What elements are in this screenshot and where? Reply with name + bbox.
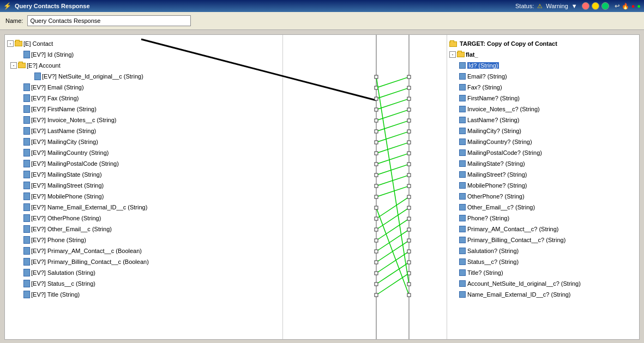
right-tree-item-4[interactable]: Invoice_Notes__c? (String) [447, 104, 639, 115]
name-bar: Name: [0, 12, 644, 30]
status-area: Status: ⚠ Warning ▼ [515, 3, 577, 10]
left-tree-item-9[interactable]: [EV?] MailingCountry (String) [5, 147, 282, 158]
left-tree-item-15[interactable]: [EV?] OtherPhone (String) [5, 213, 282, 224]
svg-line-3 [376, 77, 409, 88]
svg-rect-26 [407, 152, 411, 155]
right-tree-item-20[interactable]: Account_NetSuite_Id_original__c? (String… [447, 278, 639, 289]
right-tree-item-0[interactable]: Id? (String) [447, 60, 639, 71]
left-tree-item-3[interactable]: [EV?] Email (String) [5, 82, 282, 93]
right-tree-item-11[interactable]: MobilePhone? (String) [447, 180, 639, 191]
right-tree-item-8[interactable]: MailingPostalCode? (String) [447, 147, 639, 158]
maximize-button[interactable] [601, 2, 609, 10]
expand-root[interactable]: - [7, 40, 14, 47]
right-tree-item-15[interactable]: Primary_AM_Contact__c? (String) [447, 224, 639, 234]
svg-rect-13 [375, 119, 378, 122]
svg-line-24 [376, 153, 409, 164]
svg-rect-59 [407, 261, 411, 264]
svg-line-27 [376, 164, 409, 175]
svg-rect-16 [375, 130, 378, 133]
right-doc-icon-10 [459, 171, 466, 178]
left-tree-item-1[interactable]: -[E?] Account [5, 60, 282, 71]
left-tree-item-5[interactable]: [EV?] FirstName (String) [5, 104, 282, 115]
right-tree-item-2[interactable]: Fax? (String) [447, 82, 639, 93]
left-tree-item-11[interactable]: [EV?] MailingState (String) [5, 169, 282, 180]
left-tree-item-19[interactable]: [EV?] Primary_Billing_Contact__c (Boolea… [5, 256, 282, 267]
flat-row[interactable]: - flat_ [447, 49, 639, 60]
left-label-8: [EV?] MailingCity (String) [31, 139, 98, 145]
toolbar-icon-2[interactable]: 🔥 [622, 3, 629, 10]
left-tree-item-4[interactable]: [EV?] Fax (String) [5, 93, 282, 104]
window-title: Query Contacts Response [15, 3, 515, 9]
dropdown-arrow[interactable]: ▼ [571, 3, 577, 9]
left-tree-item-12[interactable]: [EV?] MailingStreet (String) [5, 180, 282, 191]
svg-rect-58 [375, 282, 378, 286]
svg-rect-52 [375, 261, 378, 264]
left-tree-item-8[interactable]: [EV?] MailingCity (String) [5, 136, 282, 147]
svg-rect-47 [407, 217, 411, 220]
left-tree-item-16[interactable]: [EV?] Other_Email__c (String) [5, 224, 282, 234]
doc-icon-5 [23, 105, 30, 113]
name-input[interactable] [27, 15, 191, 26]
left-tree-items: [EV?] Id (String)-[E?] Account[EV?] NetS… [5, 49, 282, 300]
doc-icon-7 [23, 127, 30, 135]
right-label-4: Invoice_Notes__c? (String) [467, 106, 540, 112]
tree-root[interactable]: - [E] Contact [5, 38, 282, 49]
left-tree-item-0[interactable]: [EV?] Id (String) [5, 49, 282, 60]
right-doc-icon-11 [459, 182, 466, 189]
right-tree-item-5[interactable]: LastName? (String) [447, 115, 639, 125]
expand-icon-1[interactable]: - [10, 62, 17, 69]
left-label-3: [EV?] Email (String) [31, 84, 84, 91]
flat-expand[interactable]: - [449, 51, 456, 58]
left-tree-item-20[interactable]: [EV?] Salutation (String) [5, 267, 282, 278]
toolbar-icon-3[interactable]: ● [631, 3, 635, 9]
right-label-21: Name_Email_External_ID__c? (String) [467, 291, 571, 298]
svg-line-57 [376, 262, 409, 284]
right-tree-item-17[interactable]: Salutation? (String) [447, 245, 639, 256]
left-tree-item-14[interactable]: [EV?] Name_Email_External_ID__c (String) [5, 202, 282, 213]
svg-rect-31 [375, 184, 378, 188]
left-tree-item-2[interactable]: [EV?] NetSuite_Id_original__c (String) [5, 71, 282, 82]
left-tree-item-10[interactable]: [EV?] MailingPostalCode (String) [5, 158, 282, 169]
left-label-14: [EV?] Name_Email_External_ID__c (String) [31, 204, 147, 210]
right-tree-item-19[interactable]: Title? (String) [447, 267, 639, 278]
left-tree-item-17[interactable]: [EV?] Phone (String) [5, 234, 282, 245]
right-tree-item-14[interactable]: Phone? (String) [447, 213, 639, 224]
right-tree-item-7[interactable]: MailingCountry? (String) [447, 136, 639, 147]
right-doc-icon-16 [459, 237, 466, 243]
right-label-2: Fax? (String) [467, 84, 502, 91]
right-tree-item-12[interactable]: OtherPhone? (String) [447, 191, 639, 202]
toolbar-icon-1[interactable]: ↩ [615, 3, 619, 10]
svg-rect-22 [375, 152, 378, 155]
toolbar-icon-4[interactable]: ● [637, 3, 641, 9]
left-tree-item-21[interactable]: [EV?] Status__c (String) [5, 278, 282, 289]
right-label-1: Email? (String) [467, 73, 507, 80]
left-tree-item-22[interactable]: [EV?] Title (String) [5, 289, 282, 300]
left-tree-item-13[interactable]: [EV?] MobilePhone (String) [5, 191, 282, 202]
right-tree-item-1[interactable]: Email? (String) [447, 71, 639, 82]
right-tree-item-10[interactable]: MailingStreet? (String) [447, 169, 639, 180]
left-label-16: [EV?] Other_Email__c (String) [31, 226, 112, 232]
right-tree-item-6[interactable]: MailingCity? (String) [447, 125, 639, 136]
right-tree-item-3[interactable]: FirstName? (String) [447, 93, 639, 104]
right-doc-icon-7 [459, 139, 466, 145]
close-button[interactable] [582, 2, 589, 10]
left-tree-item-6[interactable]: [EV?] Invoice_Notes__c (String) [5, 115, 282, 125]
name-label: Name: [5, 17, 23, 24]
right-label-5: LastName? (String) [467, 117, 519, 123]
right-tree-item-18[interactable]: Status__c? (String) [447, 256, 639, 267]
right-tree-item-13[interactable]: Other_Email__c? (String) [447, 202, 639, 213]
svg-line-36 [376, 208, 409, 295]
minimize-button[interactable] [592, 2, 599, 10]
right-doc-icon-14 [459, 215, 466, 221]
left-tree-item-7[interactable]: [EV?] LastName (String) [5, 125, 282, 136]
right-label-15: Primary_AM_Contact__c? (String) [467, 226, 559, 232]
right-doc-icon-9 [459, 160, 466, 167]
right-tree-item-9[interactable]: MailingState? (String) [447, 158, 639, 169]
svg-line-15 [376, 121, 409, 131]
right-label-20: Account_NetSuite_Id_original__c? (String… [467, 280, 581, 287]
doc-icon-4 [23, 94, 30, 102]
left-tree-item-18[interactable]: [EV?] Primary_AM_Contact__c (Boolean) [5, 245, 282, 256]
right-tree-item-21[interactable]: Name_Email_External_ID__c? (String) [447, 289, 639, 300]
left-label-18: [EV?] Primary_AM_Contact__c (Boolean) [31, 248, 142, 254]
right-tree-item-16[interactable]: Primary_Billing_Contact__c? (String) [447, 234, 639, 245]
